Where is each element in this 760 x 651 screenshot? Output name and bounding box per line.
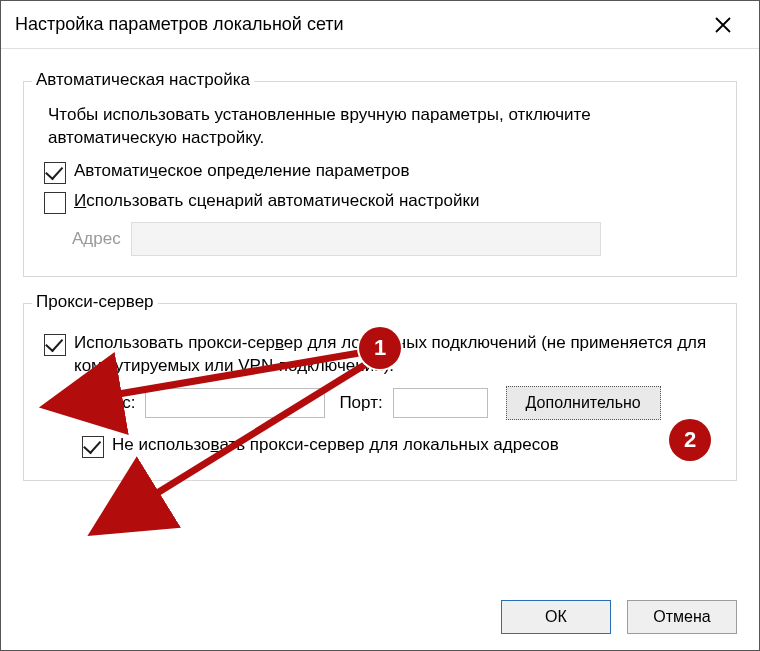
- bypass-local-row[interactable]: Не использовать прокси-сервер для локаль…: [82, 434, 722, 458]
- cancel-button[interactable]: Отмена: [627, 600, 737, 634]
- use-script-row[interactable]: Использовать сценарий автоматической нас…: [44, 190, 722, 214]
- script-address-input[interactable]: [131, 222, 601, 256]
- close-icon: [714, 16, 732, 34]
- annotation-badge-2: 2: [669, 419, 711, 461]
- auto-detect-row[interactable]: Автоматическое определение параметров: [44, 160, 722, 184]
- use-script-checkbox[interactable]: [44, 192, 66, 214]
- proxy-port-label: Порт:: [339, 393, 382, 413]
- use-proxy-checkbox[interactable]: [44, 334, 66, 356]
- content-area: Автоматическая настройка Чтобы использов…: [1, 49, 759, 491]
- bypass-local-label: Не использовать прокси-сервер для локаль…: [112, 434, 559, 457]
- auto-config-group: Автоматическая настройка Чтобы использов…: [23, 81, 737, 277]
- proxy-legend: Прокси-сервер: [32, 292, 158, 312]
- auto-detect-checkbox[interactable]: [44, 162, 66, 184]
- proxy-port-input[interactable]: [393, 388, 488, 418]
- proxy-address-input[interactable]: [145, 388, 325, 418]
- proxy-address-label: Адрес:: [82, 393, 135, 413]
- proxy-address-row: Адрес: Порт: Дополнительно: [82, 386, 722, 420]
- bypass-local-checkbox[interactable]: [82, 436, 104, 458]
- script-address-row: Адрес: [72, 222, 722, 256]
- lan-settings-dialog: Настройка параметров локальной сети Авто…: [0, 0, 760, 651]
- advanced-button[interactable]: Дополнительно: [506, 386, 661, 420]
- ok-button[interactable]: ОК: [501, 600, 611, 634]
- auto-detect-label: Автоматическое определение параметров: [74, 160, 410, 183]
- window-title: Настройка параметров локальной сети: [15, 14, 701, 35]
- auto-config-legend: Автоматическая настройка: [32, 70, 254, 90]
- dialog-buttons: ОК Отмена: [501, 600, 737, 634]
- use-script-label: Использовать сценарий автоматической нас…: [74, 190, 479, 213]
- auto-config-description: Чтобы использовать установленные вручную…: [48, 104, 722, 150]
- script-address-label: Адрес: [72, 229, 121, 249]
- annotation-badge-1: 1: [359, 327, 401, 369]
- close-button[interactable]: [701, 3, 745, 47]
- titlebar: Настройка параметров локальной сети: [1, 1, 759, 49]
